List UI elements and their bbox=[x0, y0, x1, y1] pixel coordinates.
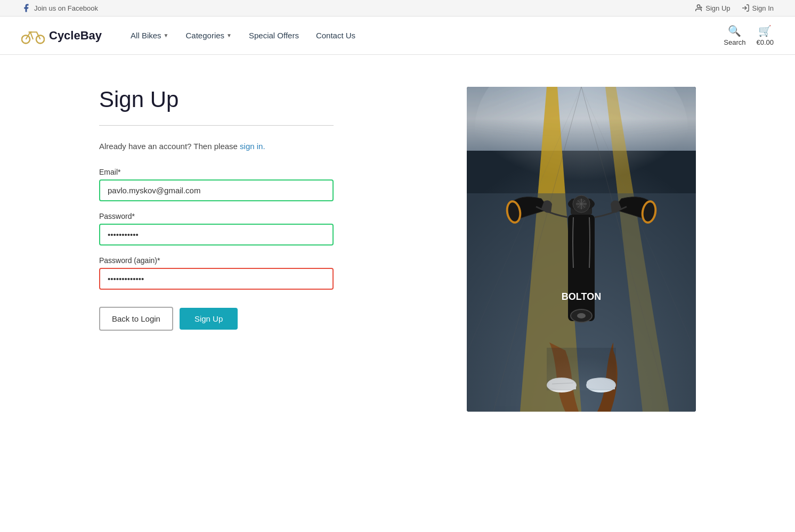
auth-links: Sign Up Sign In bbox=[694, 4, 774, 12]
signup-topbar-label: Sign Up bbox=[705, 4, 730, 12]
cart-action[interactable]: 🛒 €0.00 bbox=[756, 24, 774, 46]
chevron-down-icon: ▼ bbox=[226, 32, 232, 38]
facebook-link[interactable]: Join us on Facebook bbox=[21, 3, 98, 13]
logo-bike-icon bbox=[21, 26, 45, 45]
main-content: Sign Up Already have an account? Then pl… bbox=[78, 55, 717, 444]
nav-contact-us[interactable]: Contact Us bbox=[309, 27, 363, 44]
svg-rect-21 bbox=[568, 215, 595, 321]
search-label: Search bbox=[724, 38, 745, 46]
svg-text:BOLTON: BOLTON bbox=[562, 291, 601, 302]
email-label: Email* bbox=[99, 168, 334, 176]
email-group: Email* bbox=[99, 168, 334, 201]
logo[interactable]: CycleBay bbox=[21, 26, 102, 45]
signin-topbar-label: Sign In bbox=[752, 4, 774, 12]
password-again-input[interactable] bbox=[99, 268, 334, 290]
nav-special-offers[interactable]: Special Offers bbox=[241, 27, 306, 44]
signup-topbar-link[interactable]: Sign Up bbox=[694, 4, 730, 12]
nav-contact-us-label: Contact Us bbox=[316, 31, 355, 40]
email-input[interactable] bbox=[99, 179, 334, 201]
already-account-text: Already have an account? Then please sig… bbox=[99, 141, 334, 153]
signin-topbar-link[interactable]: Sign In bbox=[741, 4, 774, 12]
nav-special-offers-label: Special Offers bbox=[249, 31, 299, 40]
chevron-down-icon: ▼ bbox=[164, 32, 169, 38]
cart-label: €0.00 bbox=[756, 38, 774, 46]
main-nav: All Bikes ▼ Categories ▼ Special Offers … bbox=[123, 27, 724, 44]
divider bbox=[99, 125, 334, 126]
facebook-label: Join us on Facebook bbox=[34, 4, 98, 12]
svg-rect-8 bbox=[467, 87, 696, 151]
signin-icon bbox=[741, 4, 750, 12]
hero-image-section: BOLTON bbox=[376, 87, 696, 412]
form-actions: Back to Login Sign Up bbox=[99, 307, 334, 331]
password-again-label: Password (again)* bbox=[99, 256, 334, 265]
password-label: Password* bbox=[99, 212, 334, 220]
signup-button[interactable]: Sign Up bbox=[180, 308, 238, 330]
page-title: Sign Up bbox=[99, 87, 334, 112]
logo-text: CycleBay bbox=[49, 29, 102, 43]
nav-categories[interactable]: Categories ▼ bbox=[179, 27, 239, 44]
svg-rect-34 bbox=[547, 348, 616, 390]
password-group: Password* bbox=[99, 212, 334, 245]
password-again-group: Password (again)* bbox=[99, 256, 334, 290]
nav-all-bikes[interactable]: All Bikes ▼ bbox=[123, 27, 176, 44]
header-actions: 🔍 Search 🛒 €0.00 bbox=[724, 24, 774, 46]
back-to-login-button[interactable]: Back to Login bbox=[99, 307, 173, 331]
signin-link[interactable]: sign in. bbox=[240, 142, 265, 151]
cart-icon: 🛒 bbox=[758, 24, 772, 37]
bike-scene-svg: BOLTON bbox=[467, 87, 696, 412]
top-bar: Join us on Facebook Sign Up Sign In bbox=[0, 0, 795, 17]
bike-hero-image: BOLTON bbox=[467, 87, 696, 412]
signup-form-section: Sign Up Already have an account? Then pl… bbox=[99, 87, 334, 331]
signup-icon bbox=[694, 4, 703, 12]
search-action[interactable]: 🔍 Search bbox=[724, 24, 745, 46]
password-input[interactable] bbox=[99, 224, 334, 245]
header: CycleBay All Bikes ▼ Categories ▼ Specia… bbox=[0, 17, 795, 55]
facebook-icon bbox=[21, 3, 31, 13]
search-icon: 🔍 bbox=[728, 24, 741, 37]
svg-point-24 bbox=[577, 313, 586, 318]
svg-point-0 bbox=[697, 5, 700, 7]
